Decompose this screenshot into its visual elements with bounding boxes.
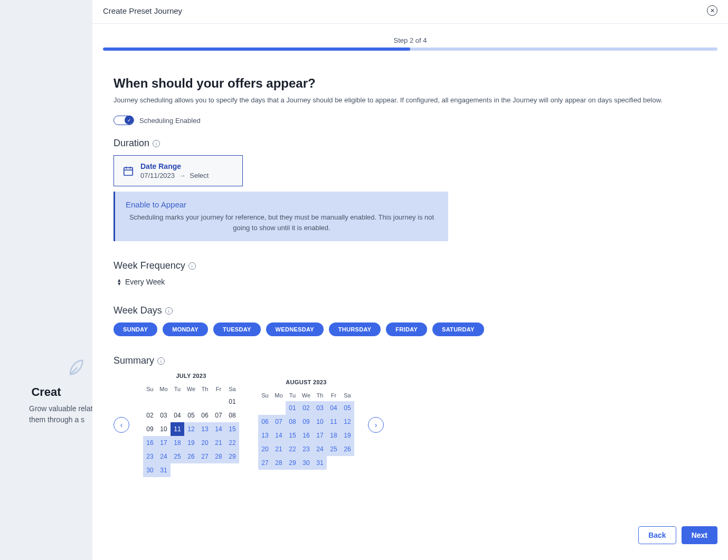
calendar-day[interactable]: 18 [327,429,341,442]
calendar-day[interactable]: 31 [157,463,171,477]
calendar-day[interactable]: 25 [327,442,341,456]
content: When should your offers appear? Journey … [103,51,689,488]
day-pill-wednesday[interactable]: WEDNESDAY [266,322,324,336]
calendar-day[interactable]: 14 [272,429,286,442]
calendar-day[interactable]: 10 [157,422,171,436]
calendar-day[interactable]: 05 [341,401,354,415]
calendar-day[interactable]: 20 [198,436,212,450]
calendar-day[interactable]: 23 [143,450,157,463]
calendar-day[interactable]: 28 [212,450,225,463]
arrow-right-icon: → [179,172,186,179]
close-button[interactable]: ✕ [707,5,717,16]
calendar-day[interactable]: 22 [286,442,299,456]
calendar-day[interactable]: 08 [286,415,299,429]
date-range-card[interactable]: Date Range 07/11/2023 → Select [114,155,243,186]
calendar-day[interactable]: 09 [143,422,157,436]
calendar-day[interactable]: 12 [341,415,354,429]
day-pill-monday[interactable]: MONDAY [163,322,208,336]
calendar-day[interactable]: 11 [171,422,184,436]
summary-row: ‹ JULY 2023SuMoTuWeThFrSa010203040506070… [114,373,678,477]
next-month-button[interactable]: › [368,417,384,433]
leaf-icon [63,357,87,381]
day-pill-friday[interactable]: FRIDAY [386,322,427,336]
calendar-day[interactable]: 25 [171,450,184,463]
calendar-day[interactable]: 04 [327,401,341,415]
next-button[interactable]: Next [682,526,717,544]
calendar-day[interactable]: 05 [184,409,198,422]
calendar-day[interactable]: 09 [299,415,313,429]
calendar-day[interactable]: 30 [143,463,157,477]
calendar-day[interactable]: 06 [258,415,272,429]
calendar-day[interactable]: 07 [212,409,225,422]
calendar-day[interactable]: 27 [198,450,212,463]
calendar-month: JULY 2023SuMoTuWeThFrSa01020304050607080… [143,373,239,477]
calendar-day[interactable]: 02 [299,401,313,415]
calendar-day[interactable]: 21 [272,442,286,456]
calendar-day[interactable]: 31 [313,456,327,470]
calendar-day[interactable]: 17 [157,436,171,450]
calendar-day[interactable]: 19 [341,429,354,442]
calendar-day[interactable]: 16 [299,429,313,442]
info-icon[interactable]: i [153,140,160,147]
calendar-day[interactable]: 21 [212,436,225,450]
calendar-day[interactable]: 26 [341,442,354,456]
page-subheading: Journey scheduling allows you to specify… [114,96,678,104]
calendar-day[interactable]: 03 [313,401,327,415]
week-frequency-select[interactable]: ▴▾ Every Week [114,278,678,286]
scheduling-toggle[interactable]: ✓ [114,116,134,125]
enable-banner-body: Scheduling marks your journey for refere… [129,212,435,233]
calendar-day[interactable]: 13 [198,422,212,436]
calendar-day[interactable]: 29 [286,456,299,470]
calendar-day[interactable]: 30 [299,456,313,470]
info-icon[interactable]: i [188,262,196,270]
calendar-day[interactable]: 24 [313,442,327,456]
calendar-day[interactable]: 27 [258,456,272,470]
day-pill-saturday[interactable]: SATURDAY [432,322,484,336]
calendar-day[interactable]: 03 [157,409,171,422]
calendar-day[interactable]: 14 [212,422,225,436]
info-icon[interactable]: i [157,357,165,365]
week-frequency-title: Week Frequency i [114,260,678,271]
calendar-title: AUGUST 2023 [258,379,354,385]
summary-title: Summary i [114,355,678,366]
chevron-left-icon: ‹ [120,421,123,429]
day-pill-thursday[interactable]: THURSDAY [329,322,381,336]
calendar-day[interactable]: 08 [225,409,239,422]
calendar-day[interactable]: 19 [184,436,198,450]
back-button[interactable]: Back [638,526,676,544]
calendar-header: We [299,390,313,401]
close-icon: ✕ [710,8,715,14]
calendar-day[interactable]: 01 [225,395,239,409]
prev-month-button[interactable]: ‹ [114,417,129,433]
calendar-day[interactable]: 15 [225,422,239,436]
day-pill-tuesday[interactable]: TUESDAY [213,322,261,336]
calendar-day[interactable]: 13 [258,429,272,442]
progress-section: Step 2 of 4 [103,36,717,51]
calendar-day[interactable]: 15 [286,429,299,442]
calendar-header: Th [313,390,327,401]
sort-icon: ▴▾ [118,278,121,285]
calendar-day[interactable]: 28 [272,456,286,470]
calendar-day[interactable]: 22 [225,436,239,450]
calendar-day[interactable]: 07 [272,415,286,429]
calendar-day[interactable]: 01 [286,401,299,415]
calendar-day[interactable]: 16 [143,436,157,450]
calendar-day[interactable]: 26 [184,450,198,463]
calendar-day[interactable]: 04 [171,409,184,422]
calendar-day[interactable]: 29 [225,450,239,463]
calendar-day[interactable]: 23 [299,442,313,456]
svg-rect-0 [124,167,133,175]
calendar-day[interactable]: 02 [143,409,157,422]
calendar-day[interactable]: 18 [171,436,184,450]
week-frequency-value: Every Week [125,278,165,286]
calendar-day[interactable]: 10 [313,415,327,429]
calendar-day[interactable]: 24 [157,450,171,463]
check-icon: ✓ [127,118,131,123]
day-pill-sunday[interactable]: SUNDAY [114,322,157,336]
calendar-day[interactable]: 11 [327,415,341,429]
calendar-day[interactable]: 06 [198,409,212,422]
calendar-day[interactable]: 12 [184,422,198,436]
info-icon[interactable]: i [165,307,173,315]
calendar-day[interactable]: 17 [313,429,327,442]
calendar-day[interactable]: 20 [258,442,272,456]
